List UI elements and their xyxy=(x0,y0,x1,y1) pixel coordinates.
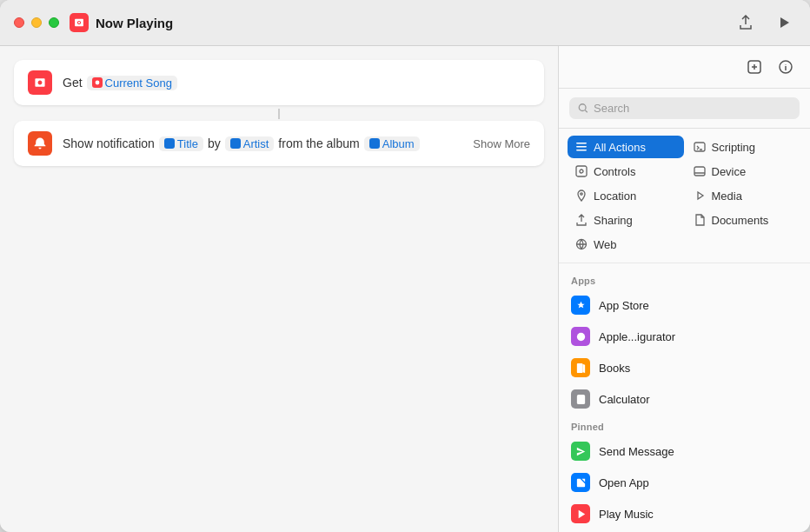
notification-action-card: Show notification Title by Artist from t… xyxy=(14,121,544,166)
device-icon xyxy=(693,164,707,178)
scripting-icon xyxy=(693,140,707,154)
notification-verb: Show notification xyxy=(63,136,155,150)
traffic-lights xyxy=(14,17,59,28)
get-action-label: Get Current Song xyxy=(63,76,177,90)
connector xyxy=(278,109,280,119)
title-bar: Now Playing xyxy=(0,0,810,46)
sidebar-item-controls-label: Controls xyxy=(594,165,635,178)
svg-point-13 xyxy=(576,332,584,340)
all-actions-icon xyxy=(574,140,588,154)
main-window: Now Playing xyxy=(0,0,810,532)
share-button[interactable] xyxy=(734,10,758,35)
info-button[interactable] xyxy=(773,55,798,79)
actions-list: Apps App Store Apple...igurator xyxy=(559,263,810,532)
app-icon xyxy=(70,13,89,32)
svg-rect-14 xyxy=(576,362,582,372)
current-song-tag[interactable]: Current Song xyxy=(87,76,177,90)
open-app-label: Open App xyxy=(599,476,649,489)
action-item-books[interactable]: Books xyxy=(559,352,810,383)
get-action-card: Get Current Song xyxy=(14,60,544,105)
minimize-button[interactable] xyxy=(31,17,42,28)
svg-point-9 xyxy=(580,170,583,173)
controls-icon xyxy=(574,164,588,178)
sidebar-item-media[interactable]: Media xyxy=(686,184,802,207)
notification-action-label: Show notification Title by Artist from t… xyxy=(63,136,420,151)
svg-point-3 xyxy=(579,104,586,111)
title-tag-text: Title xyxy=(177,137,198,150)
action-item-open-app[interactable]: Open App xyxy=(559,467,810,498)
sidebar-item-controls[interactable]: Controls xyxy=(568,160,684,183)
sidebar-item-scripting-label: Scripting xyxy=(712,141,756,154)
action-item-app-store[interactable]: App Store xyxy=(559,289,810,321)
open-app-icon xyxy=(571,473,590,492)
svg-rect-16 xyxy=(577,395,583,397)
send-message-label: Send Message xyxy=(599,445,674,458)
get-action-icon xyxy=(28,70,52,95)
sidebar-item-documents[interactable]: Documents xyxy=(686,209,802,231)
calculator-label: Calculator xyxy=(599,393,650,406)
send-message-icon xyxy=(571,442,590,461)
window-title: Now Playing xyxy=(96,16,734,30)
add-shortcut-button[interactable] xyxy=(742,55,767,79)
workflow-panel: Get Current Song xyxy=(0,46,558,532)
artist-tag[interactable]: Artist xyxy=(225,136,275,151)
album-tag[interactable]: Album xyxy=(364,136,420,151)
play-button[interactable] xyxy=(772,10,796,35)
svg-point-0 xyxy=(95,81,99,85)
documents-icon xyxy=(693,213,707,227)
web-icon xyxy=(574,237,588,251)
from-album-text: from the album xyxy=(278,136,359,150)
show-more-button[interactable]: Show More xyxy=(473,137,530,150)
sidebar-header xyxy=(559,46,810,89)
action-item-calculator[interactable]: Calculator xyxy=(559,383,810,415)
search-input-wrap[interactable] xyxy=(569,97,800,119)
pinned-section-header: Pinned xyxy=(559,415,810,436)
get-action-verb: Get xyxy=(63,76,83,90)
books-label: Books xyxy=(599,362,630,375)
current-song-icon xyxy=(92,77,103,88)
search-input[interactable] xyxy=(594,102,791,115)
title-actions xyxy=(734,10,796,35)
sidebar-item-sharing[interactable]: Sharing xyxy=(568,209,684,231)
app-store-label: App Store xyxy=(599,299,649,312)
sidebar-item-all-actions[interactable]: All Actions xyxy=(568,136,684,158)
play-music-label: Play Music xyxy=(599,508,654,521)
category-grid: All Actions Scripting Controls xyxy=(568,136,801,256)
calculator-icon xyxy=(571,389,590,409)
sidebar-item-location[interactable]: Location xyxy=(568,184,684,207)
artist-tag-text: Artist xyxy=(243,137,269,150)
sidebar-item-device[interactable]: Device xyxy=(686,160,802,183)
sidebar-item-scripting[interactable]: Scripting xyxy=(686,136,802,158)
by-text: by xyxy=(208,136,221,150)
sidebar-item-location-label: Location xyxy=(594,190,636,203)
sidebar-item-web[interactable]: Web xyxy=(568,233,684,256)
sidebar-item-documents-label: Documents xyxy=(712,214,769,227)
svg-rect-8 xyxy=(576,166,587,176)
sidebar-item-all-actions-label: All Actions xyxy=(594,141,646,154)
action-item-play-music[interactable]: Play Music xyxy=(559,498,810,529)
media-icon xyxy=(693,189,707,203)
svg-rect-6 xyxy=(576,150,587,151)
apple-configurator-icon xyxy=(571,327,590,346)
apps-section-header: Apps xyxy=(559,269,810,289)
actions-panel: All Actions Scripting Controls xyxy=(558,46,810,532)
svg-rect-5 xyxy=(576,146,587,148)
svg-rect-10 xyxy=(694,167,705,176)
action-item-send-message[interactable]: Send Message xyxy=(559,436,810,467)
sidebar-item-media-label: Media xyxy=(712,190,742,203)
svg-rect-4 xyxy=(576,143,587,144)
sidebar-item-device-label: Device xyxy=(712,165,747,178)
notification-action-icon xyxy=(28,131,52,156)
close-button[interactable] xyxy=(14,17,24,28)
search-bar xyxy=(559,89,810,129)
action-item-apple-configurator[interactable]: Apple...igurator xyxy=(559,321,810,352)
categories-section: All Actions Scripting Controls xyxy=(559,129,810,263)
album-tag-icon xyxy=(369,138,380,149)
maximize-button[interactable] xyxy=(49,17,59,28)
sharing-icon xyxy=(574,213,588,227)
current-song-text: Current Song xyxy=(105,76,172,90)
books-icon xyxy=(571,358,590,377)
play-music-icon xyxy=(571,504,590,523)
app-store-icon xyxy=(571,296,590,315)
title-tag[interactable]: Title xyxy=(159,136,203,151)
